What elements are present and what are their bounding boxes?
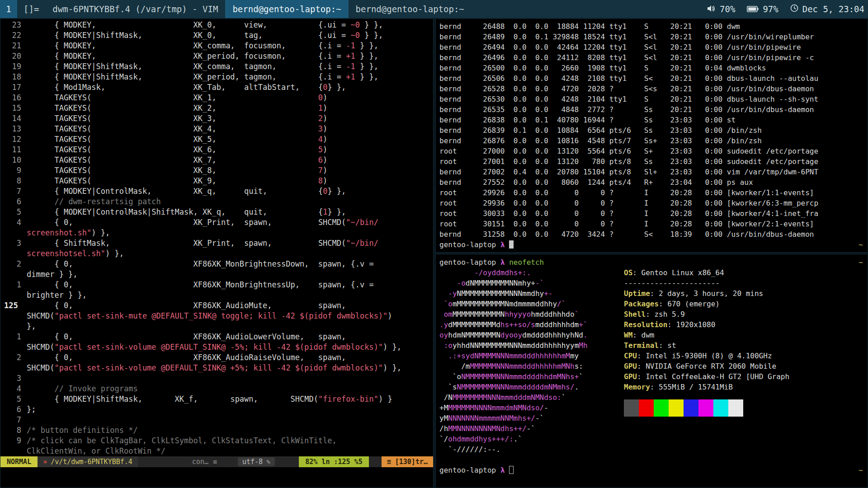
speaker-icon bbox=[707, 4, 716, 14]
vim-line: 3 { ShiftMask, XK_Print, spawn, SHCMD("~… bbox=[3, 238, 433, 249]
prompt-symbol: λ bbox=[500, 466, 505, 474]
bar-window-title-terminal-focused[interactable]: bernd@gentoo-laptop:~ bbox=[225, 0, 348, 18]
line-number: 11 bbox=[3, 145, 27, 155]
terminal-neofetch[interactable]: gentoo-laptop λ neofetch~ -/oyddmdhs+:. … bbox=[435, 254, 868, 488]
menu-icon: ≡ bbox=[213, 458, 217, 466]
ps-row: bernd 26838 0.0 0.1 40780 16944 ? Ss 23:… bbox=[436, 115, 868, 125]
line-number: 7 bbox=[3, 186, 27, 197]
neofetch-info-line: Packages: 670 (emerge) bbox=[624, 299, 789, 309]
line-number: 8 bbox=[3, 176, 27, 186]
ascii-art-line: /hMMNNNNNNNNMNdhs++/-` bbox=[439, 423, 868, 434]
vim-line: 23 { MODKEY, XK_0, view, {.ui = ~0 } }, bbox=[3, 20, 433, 30]
vim-line: 14 TAGKEYS( XK_3, 2) bbox=[3, 113, 433, 124]
bar-window-title-vim[interactable]: dwm-6PNTKYBBf.4 (/var/tmp) - VIM bbox=[45, 0, 225, 18]
vim-line: 7 bbox=[3, 415, 433, 425]
ps-row: bernd 26530 0.0 0.0 4248 2104 tty1 S 20:… bbox=[436, 94, 868, 104]
line-number: 9 bbox=[3, 165, 27, 176]
neofetch-info-line: GPU: NVIDIA GeForce RTX 2060 Mobile bbox=[624, 361, 789, 371]
vim-line: brighter } }, bbox=[3, 290, 433, 300]
vim-line: 1 { 0, XF86XK_MonBrightnessUp, spawn, {.… bbox=[3, 280, 433, 290]
palette-swatch bbox=[654, 399, 669, 417]
dwm-layout-symbol[interactable]: []= bbox=[17, 0, 45, 18]
ps-row: root 27000 0.0 0.0 13120 5564 pts/6 S+ 2… bbox=[436, 146, 868, 156]
line-number: 125 bbox=[3, 300, 27, 311]
vim-mode-indicator: NORMAL bbox=[0, 456, 38, 467]
neofetch-output: -/oyddmdhs+:. -odNMMMMMMMMNNmhy+-` -yNMM… bbox=[436, 267, 868, 455]
bar-window-title-terminal[interactable]: bernd@gentoo-laptop:~ bbox=[349, 0, 472, 18]
neofetch-info-line: Resolution: 868x488 bbox=[624, 319, 789, 330]
volume-status: 70% bbox=[707, 4, 735, 14]
line-number: 13 bbox=[3, 124, 27, 134]
vim-line: 4 { 0, XK_Print, spawn, SHCMD("~/bin/ bbox=[3, 217, 433, 228]
line-number: 2 bbox=[3, 352, 27, 363]
vim-line: 9 TAGKEYS( XK_8, 7) bbox=[3, 165, 433, 176]
prompt-host: gentoo-laptop bbox=[439, 240, 496, 249]
shell-prompt-line: gentoo-laptop λ ~ bbox=[436, 465, 868, 475]
line-number: 6 bbox=[3, 404, 27, 415]
terminal-cursor bbox=[509, 466, 514, 474]
vim-line: SHCMD("pactl set-sink-mute @DEFAULT_SINK… bbox=[3, 311, 433, 321]
ps-row: root 29926 0.0 0.0 0 0 ? I 20:28 0:00 [k… bbox=[436, 188, 868, 198]
blank-line bbox=[436, 455, 868, 465]
vim-line: 5 { MODKEY|ShiftMask, XK_f, spawn, SHCMD… bbox=[3, 394, 433, 404]
right-prompt: ~ bbox=[859, 257, 863, 267]
vim-file-segment: »/v/t/dwm-6PNTKYBBf.4 bbox=[38, 456, 138, 467]
vim-encoding-chip: utf-8✎ bbox=[238, 457, 275, 466]
ps-row: bernd 26494 0.0 0.0 42464 12204 tty1 S<l… bbox=[436, 42, 868, 52]
chevron-right-icon: » bbox=[43, 458, 47, 466]
vim-line: 1 { 0, XF86XK_AudioLowerVolume, spawn, bbox=[3, 332, 433, 342]
palette-swatch bbox=[669, 399, 684, 417]
prompt-symbol: λ bbox=[500, 240, 505, 249]
line-number: 1 bbox=[3, 280, 27, 290]
prompt-host: gentoo-laptop bbox=[439, 466, 496, 474]
line-number: 20 bbox=[3, 51, 27, 61]
vim-statusline-center: con…≡ bbox=[192, 458, 217, 466]
dwm-status-bar: 1 []= dwm-6PNTKYBBf.4 (/var/tmp) - VIM b… bbox=[0, 0, 868, 18]
line-number: 2 bbox=[3, 259, 27, 269]
ps-row: root 30151 0.0 0.0 0 0 ? I 20:28 0:00 [k… bbox=[436, 219, 868, 229]
neofetch-info-line: WM: dwm bbox=[624, 330, 789, 340]
ascii-art-line: `-//////:--. bbox=[439, 444, 868, 455]
ps-row: bernd 26876 0.0 0.0 10816 4548 pts/7 Ss+… bbox=[436, 136, 868, 146]
vim-line: SHCMD("pactl set-sink-volume @DEFAULT_SI… bbox=[3, 363, 433, 373]
dwm-tag-1[interactable]: 1 bbox=[0, 0, 17, 18]
neofetch-info-line: CPU: Intel i5-9300H (8) @ 4.100GHz bbox=[624, 351, 789, 361]
palette-swatch bbox=[624, 399, 639, 417]
ps-row: bernd 27552 0.0 0.0 8060 1244 pts/4 R+ 2… bbox=[436, 177, 868, 188]
vim-line: 8/* button definitions */ bbox=[3, 425, 433, 436]
prompt-host: gentoo-laptop bbox=[439, 258, 496, 267]
line-number: 4 bbox=[3, 217, 27, 228]
line-number: 19 bbox=[3, 61, 27, 72]
vim-line: }, bbox=[3, 321, 433, 332]
line-number: 17 bbox=[3, 82, 27, 93]
line-number: 5 bbox=[3, 207, 27, 217]
vim-line: 2 { 0, XF86XK_MonBrightnessDown, spawn, … bbox=[3, 259, 433, 269]
line-number: 4 bbox=[3, 384, 27, 394]
vim-line: 7 { MODKEY|ControlMask, XK_q, quit, {0} … bbox=[3, 186, 433, 197]
ps-row: bernd 26535 0.0 0.0 4848 2772 ? Ss 20:21… bbox=[436, 104, 868, 115]
vim-line: dimmer } }, bbox=[3, 269, 433, 280]
line-number: 6 bbox=[3, 197, 27, 207]
line-number: 8 bbox=[3, 425, 27, 436]
vim-line: screenshotsel.sh") }, bbox=[3, 249, 433, 259]
vim-warning-indicator: ≡ [130]tr… bbox=[382, 456, 433, 467]
terminal-cursor bbox=[509, 240, 514, 249]
encoding-label: utf-8 bbox=[242, 458, 263, 466]
vim-line: 5 { MODKEY|ControlMask|ShiftMask, XK_q, … bbox=[3, 207, 433, 217]
vim-buffer: 23 { MODKEY, XK_0, view, {.ui = ~0 } },2… bbox=[0, 19, 433, 456]
palette-swatch bbox=[713, 399, 728, 417]
vim-line: 21 { MODKEY, XK_comma, focusmon, {.i = -… bbox=[3, 41, 433, 51]
ps-row: bernd 26496 0.0 0.0 24112 8208 tty1 S<l … bbox=[436, 52, 868, 63]
ps-row: bernd 26489 0.0 0.1 329848 18524 tty1 S<… bbox=[436, 32, 868, 42]
vim-window[interactable]: 23 { MODKEY, XK_0, view, {.ui = ~0 } },2… bbox=[0, 19, 434, 488]
vim-line: 10 TAGKEYS( XK_7, 6) bbox=[3, 155, 433, 165]
vim-line: 2 { 0, XF86XK_AudioRaiseVolume, spawn, bbox=[3, 352, 433, 363]
ps-row: bernd 26500 0.0 0.0 2660 1908 tty1 S 20:… bbox=[436, 63, 868, 73]
neofetch-info-line: Memory: 555MiB / 15741MiB bbox=[624, 382, 789, 392]
line-number: 12 bbox=[3, 134, 27, 145]
palette-swatch bbox=[698, 399, 713, 417]
clock-value: Dec 5, 23:04 bbox=[802, 4, 864, 14]
vim-line: 15 TAGKEYS( XK_2, 1) bbox=[3, 103, 433, 113]
vim-filetype-label: con… bbox=[192, 458, 208, 466]
terminal-ps-aux[interactable]: bernd 26488 0.0 0.0 18884 11204 tty1 S 2… bbox=[435, 19, 868, 253]
